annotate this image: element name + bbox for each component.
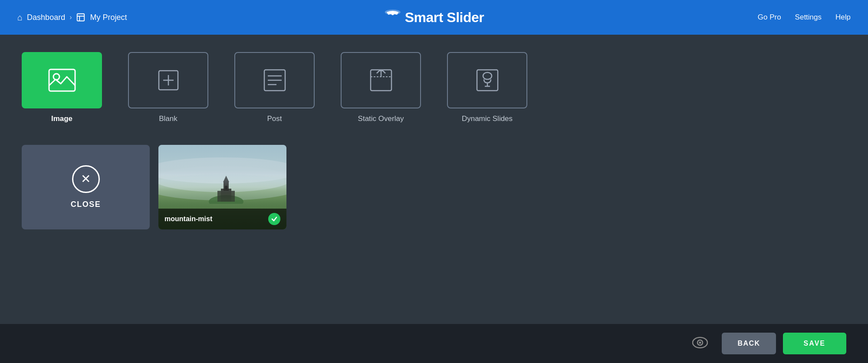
help-link[interactable]: Help — [835, 13, 851, 22]
slide-type-post-label: Post — [267, 114, 282, 123]
logo-icon — [384, 10, 401, 25]
home-icon: ⌂ — [17, 13, 23, 23]
app-header: ⌂ Dashboard › My Project Smart Slider Go… — [0, 0, 868, 35]
project-link[interactable]: My Project — [90, 13, 127, 22]
slides-grid: ✕ CLOSE — [22, 145, 846, 229]
svg-point-16 — [483, 72, 492, 79]
slide-type-blank-label: Blank — [159, 114, 178, 123]
close-label: CLOSE — [71, 200, 101, 209]
svg-point-28 — [699, 342, 701, 344]
svg-rect-0 — [77, 14, 85, 21]
dynamic-slides-icon — [474, 67, 500, 93]
project-icon — [76, 13, 85, 22]
slide-type-post-box — [234, 52, 315, 108]
slide-card-close[interactable]: ✕ CLOSE — [22, 145, 150, 229]
close-circle-icon: ✕ — [72, 165, 100, 193]
slide-card-label-bar: mountain-mist — [158, 209, 286, 229]
dashboard-link[interactable]: Dashboard — [27, 13, 65, 22]
header-nav: Go Pro Settings Help — [758, 13, 851, 22]
breadcrumb: ⌂ Dashboard › My Project — [17, 13, 127, 23]
svg-point-2 — [391, 13, 394, 15]
slide-type-blank[interactable]: Blank — [128, 52, 208, 123]
post-slide-icon — [262, 67, 288, 93]
slide-type-blank-box — [128, 52, 208, 108]
slide-type-image[interactable]: Image — [22, 52, 102, 123]
slide-type-dynamic-slides-label: Dynamic Slides — [462, 114, 513, 123]
breadcrumb-chevron: › — [69, 13, 72, 21]
slide-type-post[interactable]: Post — [234, 52, 315, 123]
save-button[interactable]: SAVE — [783, 333, 846, 354]
slide-type-image-label: Image — [51, 114, 72, 123]
slide-type-image-box — [22, 52, 102, 108]
slide-type-static-overlay-box — [341, 52, 421, 108]
eye-icon — [692, 337, 708, 349]
slide-card-name: mountain-mist — [164, 215, 212, 223]
check-badge — [268, 213, 280, 225]
settings-link[interactable]: Settings — [795, 13, 822, 22]
go-pro-link[interactable]: Go Pro — [758, 13, 781, 22]
static-overlay-slide-icon — [368, 67, 394, 93]
slide-type-dynamic-slides-box — [447, 52, 527, 108]
preview-button[interactable] — [692, 337, 708, 350]
image-slide-icon — [47, 67, 77, 93]
slide-type-selector: Image Blank Pos — [22, 52, 846, 123]
footer: BACK SAVE — [0, 324, 868, 363]
logo-text: Smart Slider — [405, 10, 484, 26]
svg-point-4 — [53, 74, 59, 80]
slide-card-mountain-mist[interactable]: mountain-mist — [158, 145, 286, 229]
back-button[interactable]: BACK — [722, 333, 776, 354]
slide-type-static-overlay-label: Static Overlay — [358, 114, 404, 123]
main-content: Image Blank Pos — [0, 35, 868, 247]
close-x-icon: ✕ — [81, 173, 91, 185]
slide-type-static-overlay[interactable]: Static Overlay — [341, 52, 421, 123]
slide-type-dynamic-slides[interactable]: Dynamic Slides — [447, 52, 527, 123]
app-logo: Smart Slider — [384, 10, 484, 26]
blank-slide-icon — [155, 67, 181, 93]
svg-rect-3 — [49, 69, 75, 91]
